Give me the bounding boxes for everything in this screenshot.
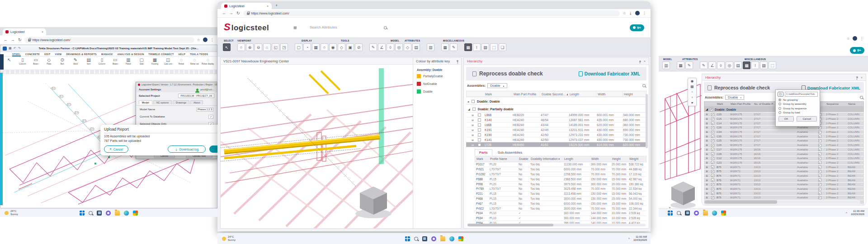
tekla-quick-toolbar[interactable] bbox=[0, 70, 217, 74]
warning-icon[interactable]: ! bbox=[473, 43, 481, 51]
close-icon[interactable]: × bbox=[861, 76, 863, 79]
search-model-icon[interactable]: ◎ bbox=[395, 43, 403, 51]
radio-icon[interactable] bbox=[778, 99, 781, 101]
assembly-row[interactable]: ⊞ ✓ C28 W18X175 16/16 Available ✓ 2-Phas… bbox=[704, 152, 864, 156]
zoom-extents-icon[interactable]: ◱ bbox=[272, 43, 279, 51]
row-checkbox[interactable] bbox=[478, 143, 481, 146]
search-icon[interactable] bbox=[384, 26, 387, 29]
row-checkbox[interactable]: ✓ bbox=[818, 135, 821, 138]
row-checkbox[interactable]: ✓ bbox=[818, 165, 821, 169]
column-header[interactable]: Main Part Profile bbox=[512, 91, 540, 97]
file-explorer-icon[interactable] bbox=[703, 211, 708, 216]
measure-angle-icon[interactable]: ∠ bbox=[378, 43, 386, 51]
row-checkbox[interactable]: ✓ bbox=[711, 188, 714, 191]
downloads-icon[interactable]: ⭳ bbox=[629, 11, 632, 15]
paint-attribute-icon[interactable]: ◊ bbox=[717, 61, 725, 69]
column-header[interactable]: Weight bbox=[628, 156, 644, 162]
row-checkbox[interactable]: ✓ bbox=[711, 174, 714, 177]
confirm-upload-button[interactable]: ⭱ Con bbox=[209, 145, 217, 153]
row-checkbox[interactable]: ✓ bbox=[818, 131, 821, 134]
display-monitor-icon[interactable]: ▢ bbox=[295, 43, 302, 51]
part-row[interactable]: Pr922L70/70/7 NoToo big 3000.000 mm70.00… bbox=[475, 206, 646, 211]
path-input[interactable]: C:\JsdkRobot\Precompiler\Todo bbox=[785, 92, 818, 97]
tag-icon[interactable]: ◇ bbox=[404, 43, 411, 51]
tekla-menu-tab[interactable]: HELP bbox=[179, 53, 185, 56]
widgets-icon[interactable] bbox=[97, 211, 102, 216]
column-header[interactable]: Doability Information ▾ bbox=[529, 156, 563, 162]
vertical-scrollbar[interactable] bbox=[646, 94, 648, 148]
loop-app-icon[interactable] bbox=[694, 211, 699, 216]
column-header[interactable]: No. of Doable P... ▲ bbox=[753, 102, 778, 106]
steel-beam-button[interactable]: ▭ Beam bbox=[30, 57, 42, 65]
widgets-icon[interactable] bbox=[685, 211, 690, 216]
side-pane-strip[interactable] bbox=[0, 73, 3, 205]
radio-no-grouping[interactable]: No grouping bbox=[778, 99, 818, 101]
row-checkbox[interactable]: ✓ bbox=[818, 196, 821, 199]
download-log-button[interactable]: ⭳ Download log bbox=[168, 145, 206, 153]
steel-column-button[interactable]: ▯ Column bbox=[16, 57, 28, 65]
radio-icon[interactable] bbox=[778, 111, 781, 114]
ms-store-icon[interactable] bbox=[133, 211, 138, 216]
assembly-row[interactable]: ⊞ ✓ C23 W18X175 15/15 Available ✓ 2-Phas… bbox=[704, 161, 864, 165]
bookmark-star-icon[interactable]: ☆ bbox=[197, 38, 200, 42]
row-checkbox[interactable]: ✓ bbox=[711, 139, 714, 142]
part-row[interactable]: P688PL15 NoToo big 2386.500 mm150.000 mm… bbox=[475, 177, 646, 182]
file-explorer-icon[interactable] bbox=[440, 236, 445, 241]
merge-parts-icon[interactable]: ⬚ bbox=[769, 61, 776, 69]
part-row[interactable]: Pr921L70/70/7 NoToo big 6000.000 mm70.00… bbox=[475, 167, 646, 172]
grid-display-icon[interactable]: ▦ bbox=[312, 43, 320, 51]
assembly-row[interactable]: ⊞ ✓ B75 W18X71 13/13 Available ✓ 2-Phase… bbox=[704, 196, 864, 200]
measure-angle-icon[interactable]: ∠ bbox=[708, 61, 716, 69]
column-header[interactable]: Name bbox=[847, 102, 863, 106]
export-dialog-tab[interactable]: Model bbox=[139, 100, 152, 104]
part-row[interactable]: P1017PL20 NoToo big 11230.000 mm300.000 … bbox=[475, 162, 646, 167]
history-clock-icon[interactable]: ◔ bbox=[303, 43, 311, 51]
assembly-row[interactable]: ⊞ L868 HEB220 47/47 14999.000 mm 600.001… bbox=[466, 113, 646, 117]
profile-avatar[interactable] bbox=[203, 38, 208, 42]
part-row[interactable]: P221PL15 NoToo big 3113.498 mm150.000 mm… bbox=[475, 192, 646, 197]
plate-button[interactable]: ◇ Plate bbox=[43, 57, 55, 65]
assembly-row[interactable]: ⊞ ✓ B75 W18X71 13/13 Available ✓ 2-Phase… bbox=[704, 191, 864, 196]
windows-start-icon[interactable] bbox=[80, 211, 85, 216]
radio-group-by-assembly[interactable]: Group by assembly bbox=[778, 103, 818, 105]
attributes-table-icon[interactable]: ▦ bbox=[677, 61, 684, 69]
assembly-row[interactable]: ⊞ ✓ B75 W18X71 13/13 Available ✓ 2-Phase… bbox=[704, 165, 864, 169]
eraser-hatch-icon[interactable]: ▨ bbox=[760, 61, 768, 69]
group-row-doable[interactable]: ▸ Doable: Doable bbox=[466, 99, 646, 105]
row-checkbox[interactable]: ✓ bbox=[711, 144, 714, 147]
concrete-column-button[interactable]: ▯ Column bbox=[96, 57, 108, 65]
cancel-button[interactable]: Cancel bbox=[797, 116, 817, 122]
browser-tab[interactable]: Logicsteel × bbox=[221, 3, 272, 9]
search-icon[interactable] bbox=[860, 96, 863, 99]
pin-icon[interactable] bbox=[856, 76, 858, 78]
row-checkbox[interactable]: ✓ bbox=[818, 178, 821, 182]
notes-doc-icon[interactable]: ▤ bbox=[734, 61, 742, 69]
row-checkbox[interactable] bbox=[478, 128, 481, 131]
horizontal-scrollbar[interactable] bbox=[467, 224, 646, 226]
row-checkbox[interactable]: ✓ bbox=[711, 192, 714, 195]
logicsteel-logo[interactable]: S logicsteel bbox=[224, 23, 269, 33]
row-checkbox[interactable]: ✓ bbox=[818, 188, 821, 191]
forward-icon[interactable]: → bbox=[11, 38, 15, 42]
column-header[interactable]: Profile Name bbox=[489, 156, 518, 162]
bookmark-star-icon[interactable]: ☆ bbox=[623, 11, 626, 15]
row-checkbox[interactable] bbox=[478, 138, 481, 141]
notification-badge[interactable]: 9+ bbox=[630, 24, 644, 31]
export-pages-icon[interactable]: ❏ bbox=[499, 43, 506, 51]
ok-button[interactable]: OK bbox=[778, 116, 794, 122]
layers-icon[interactable]: ▦ bbox=[690, 84, 694, 89]
new-tab-icon[interactable]: + bbox=[275, 3, 278, 8]
download-fabricator-xml-link[interactable]: Download Fabricator XML bbox=[579, 71, 640, 76]
group-row-partially-doable[interactable]: ◢ Doable: Partially doable bbox=[466, 106, 646, 113]
assembly-row[interactable]: ⊞ ✓ B75 W18X71 13/13 Available ✓ 2-Phase… bbox=[704, 169, 864, 174]
assembly-row[interactable]: ⊞ ✓ C25 W18X175 17/17 Available ✓ 2-Phas… bbox=[704, 139, 864, 143]
assembly-row[interactable]: ⊞ ✓ B75 W18X71 13/13 Available ✓ 2-Phase… bbox=[704, 174, 864, 178]
row-checkbox[interactable] bbox=[472, 100, 475, 103]
viewport-3d-scene[interactable] bbox=[221, 65, 427, 228]
row-checkbox[interactable]: ✓ bbox=[818, 139, 821, 142]
assembly-row[interactable]: ⊞ ✓ C17 W18X175 16/16 Available ✓ 2-Phas… bbox=[704, 148, 864, 152]
warning-icon[interactable]: ! bbox=[751, 61, 759, 69]
export-field-value[interactable]: Phases 1 2 3 bbox=[196, 108, 213, 112]
tekla-menu-tab[interactable]: CONCRETE bbox=[25, 53, 40, 56]
weather-widget[interactable]: 24°CSunny bbox=[5, 210, 18, 216]
